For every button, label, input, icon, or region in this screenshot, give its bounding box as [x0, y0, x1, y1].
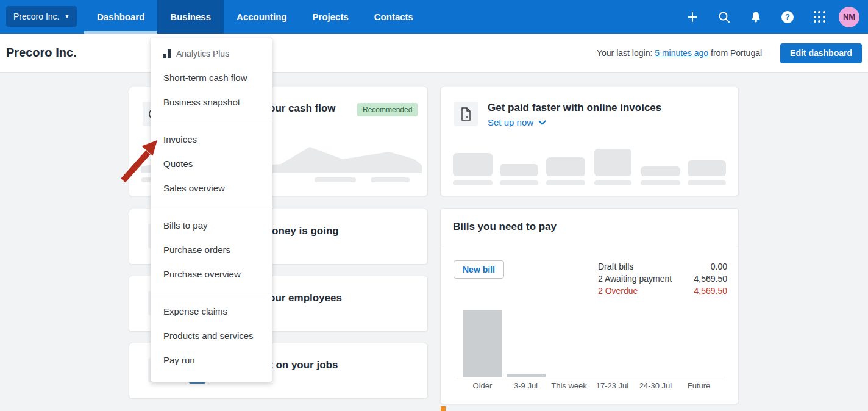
apps-button[interactable] [803, 0, 835, 34]
skeleton-pill [688, 180, 726, 185]
analytics-chart-icon [163, 49, 171, 58]
skeleton-bar [546, 157, 585, 176]
next-card-orange-accent [441, 406, 446, 411]
bills-row-label: 2 Overdue [598, 285, 638, 297]
menu-item-products-and-services[interactable]: Products and services [151, 324, 272, 348]
last-login-text: Your last login: 5 minutes ago from Port… [597, 48, 762, 58]
bills-chart-tick-label: Future [677, 381, 720, 390]
nav-item-contacts[interactable]: Contacts [361, 0, 426, 34]
chart-placeholder-pill [315, 177, 356, 182]
dashboard-page: Precoro Inc. Your last login: 5 minutes … [0, 0, 868, 411]
online-invoices-title: Get paid faster with online invoices [488, 102, 661, 114]
menu-item-business-snapshot[interactable]: Business snapshot [151, 90, 272, 115]
bills-row-value: 4,569.50 [694, 285, 728, 297]
org-switcher-button[interactable]: Precoro Inc. ▼ [6, 6, 77, 27]
add-button[interactable] [677, 0, 708, 34]
last-login-link[interactable]: 5 minutes ago [655, 48, 708, 58]
menu-item-label: Pay run [163, 348, 195, 373]
menu-item-quotes[interactable]: Quotes [151, 152, 272, 176]
menu-item-sales-overview[interactable]: Sales overview [151, 176, 272, 201]
bills-chart-tick-label: 24-30 Jul [634, 381, 677, 390]
bills-row-overdue[interactable]: 2 Overdue 4,569.50 [598, 285, 727, 297]
divider [441, 245, 738, 245]
menu-item-label: Short-term cash flow [163, 66, 247, 90]
user-avatar[interactable]: NM [839, 7, 859, 27]
menu-item-label: Sales overview [163, 176, 225, 201]
nav-item-projects[interactable]: Projects [300, 0, 361, 34]
menu-item-pay-run[interactable]: Pay run [151, 348, 272, 373]
help-icon: ? [781, 11, 794, 23]
bills-chart-bar [463, 310, 502, 377]
nav-item-dashboard[interactable]: Dashboard [84, 0, 157, 34]
set-up-now-label: Set up now [488, 117, 533, 127]
search-button[interactable] [708, 0, 740, 34]
bills-summary: Draft bills 0.00 2 Awaiting payment 4,56… [598, 260, 727, 297]
menu-divider [151, 293, 272, 293]
bills-row-label: 2 Awaiting payment [598, 273, 672, 285]
menu-item-purchase-orders[interactable]: Purchase orders [151, 238, 272, 262]
online-invoices-card: Get paid faster with online invoices Set… [440, 87, 739, 196]
employees-card-title: our employees [269, 292, 342, 304]
bills-card: Bills you need to pay New bill Draft bil… [440, 208, 739, 404]
help-button[interactable]: ? [772, 0, 803, 34]
business-dropdown-menu: Analytics PlusShort-term cash flowBusine… [151, 38, 272, 382]
menu-item-analytics-plus[interactable]: Analytics Plus [151, 41, 272, 66]
bills-row-label: Draft bills [598, 260, 633, 273]
skeleton-bar [641, 166, 680, 176]
bills-row-draft[interactable]: Draft bills 0.00 [598, 260, 727, 273]
menu-item-purchase-overview[interactable]: Purchase overview [151, 262, 272, 287]
last-login-prefix: Your last login: [597, 48, 652, 58]
edit-dashboard-button[interactable]: Edit dashboard [780, 43, 862, 63]
menu-divider [151, 121, 272, 121]
skeleton-pill [546, 180, 585, 185]
menu-item-label: Quotes [163, 152, 193, 176]
skeleton-bar [594, 149, 631, 176]
menu-item-label: Invoices [163, 127, 197, 152]
menu-item-label: Purchase overview [163, 262, 241, 287]
menu-item-label: Bills to pay [163, 213, 208, 238]
bills-row-value: 0.00 [711, 260, 727, 273]
bell-icon [750, 11, 762, 23]
page-header: Precoro Inc. Your last login: 5 minutes … [0, 34, 868, 73]
last-login-suffix: from Portugal [711, 48, 762, 58]
skeleton-pill [641, 180, 680, 185]
bills-chart-tick-label: Older [461, 381, 504, 390]
bills-card-title: Bills you need to pay [453, 221, 557, 233]
chart-axis [457, 377, 725, 377]
notifications-button[interactable] [740, 0, 772, 34]
nav-item-business[interactable]: Business [157, 0, 224, 34]
menu-divider [151, 207, 272, 207]
jobs-card-title: t on your jobs [269, 359, 338, 371]
menu-item-label: Purchase orders [163, 238, 230, 262]
menu-item-label: Analytics Plus [176, 41, 229, 66]
caret-down-icon: ▼ [64, 13, 69, 20]
set-up-now-link[interactable]: Set up now [488, 117, 546, 127]
skeleton-bar [500, 164, 538, 176]
apps-grid-icon [814, 11, 825, 23]
org-name: Precoro Inc. [13, 12, 59, 21]
invoice-document-icon [454, 102, 478, 126]
top-nav: Precoro Inc. ▼ Dashboard Business Accoun… [0, 0, 868, 34]
menu-item-label: Products and services [163, 324, 254, 348]
menu-item-expense-claims[interactable]: Expense claims [151, 299, 272, 324]
bills-row-awaiting[interactable]: 2 Awaiting payment 4,569.50 [598, 273, 727, 285]
bills-chart-tick-label: 17-23 Jul [591, 381, 634, 390]
cash-flow-card-title: our cash flow [269, 102, 336, 115]
bills-chart-tick-label: This week [547, 381, 591, 390]
nav-item-accounting[interactable]: Accounting [224, 0, 300, 34]
menu-item-invoices[interactable]: Invoices [151, 127, 272, 152]
bills-chart-bar [507, 374, 546, 377]
money-going-card-title: money is going [263, 225, 339, 237]
chevron-down-icon [538, 120, 546, 125]
page-title: Precoro Inc. [6, 46, 77, 60]
search-icon [718, 11, 730, 23]
menu-item-short-term-cash-flow[interactable]: Short-term cash flow [151, 66, 272, 90]
skeleton-pill [500, 180, 538, 185]
bills-chart-tick-label: 3-9 Jul [504, 381, 547, 390]
chart-placeholder-pill [371, 177, 410, 182]
menu-item-label: Business snapshot [163, 90, 240, 115]
menu-item-bills-to-pay[interactable]: Bills to pay [151, 213, 272, 238]
skeleton-pill [594, 180, 631, 185]
new-bill-button[interactable]: New bill [454, 260, 504, 279]
skeleton-pill [453, 180, 493, 185]
